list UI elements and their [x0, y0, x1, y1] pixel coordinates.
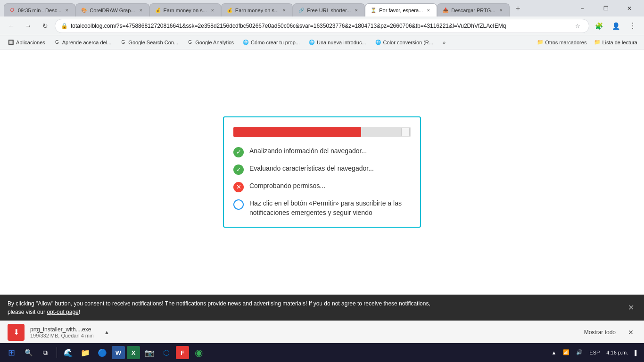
dialog-box: ✓ Analizando información del navegador..… [223, 116, 421, 228]
taskbar-taskview-button[interactable]: ⧉ [38, 345, 53, 360]
maximize-button[interactable]: ❐ [595, 0, 617, 16]
check-item-item1: ✓ Analizando información del navegador..… [233, 147, 411, 157]
show-all-downloads-button[interactable]: Mostrar todo [580, 327, 619, 337]
taskbar-edge-app[interactable]: 🌊 [61, 345, 76, 360]
tab-favicon-tab6: ⏳ [370, 7, 377, 14]
bookmark-favicon-bk7: 🌐 [375, 39, 381, 46]
tab-close-tab2[interactable]: ✕ [138, 7, 144, 14]
tab-favicon-tab3: 💰 [155, 7, 161, 14]
taskbar-excel-app[interactable]: X [127, 346, 140, 359]
check-item-item4: Haz clic en el botón «Permitir» para sus… [233, 199, 411, 217]
tab-favicon-tab7: 📥 [442, 7, 449, 14]
bookmark-label-bk3: Google Search Con... [128, 40, 178, 45]
bookmark-bk4[interactable]: GGoogle Analytics [183, 38, 238, 47]
close-bottom-bar-button[interactable]: ✕ [625, 302, 636, 313]
taskbar-search-button[interactable]: 🔍 [21, 345, 36, 360]
bookmark-favicon-bk1: 🔲 [8, 39, 14, 46]
nav-bar: ← → ↻ 🔒 totalcoolblog.com/?s=47588681272… [0, 16, 644, 35]
taskbar-foxit-app[interactable]: F [176, 346, 189, 359]
close-download-bar-button[interactable]: ✕ [625, 327, 636, 338]
bookmark-bk2[interactable]: GAprende acerca del... [50, 38, 116, 47]
show-desktop-button[interactable]: ▌ [633, 349, 640, 356]
menu-button[interactable]: ⋮ [625, 18, 640, 33]
bookmark-label-bk7: Color conversion (R... [383, 40, 433, 45]
download-filename: prtg_installer_with....exe [30, 326, 94, 333]
check-icon-item3: ✕ [233, 182, 244, 192]
bottom-bar-text: By clicking "Allow" button, you consent … [8, 299, 432, 316]
opt-out-link[interactable]: opt-out page [47, 309, 78, 315]
forward-button[interactable]: → [21, 18, 36, 33]
download-info: prtg_installer_with....exe 199/332 MB, Q… [30, 326, 94, 338]
volume-icon[interactable]: 🔊 [574, 348, 585, 356]
minimize-button[interactable]: − [571, 0, 593, 16]
taskbar-vscode-app[interactable]: ⬡ [159, 345, 174, 360]
taskbar-photos-app[interactable]: 📷 [142, 345, 157, 360]
language-indicator[interactable]: ESP [587, 349, 602, 356]
bookmark-folder-1[interactable]: 📁Lista de lectura [591, 38, 640, 46]
back-button[interactable]: ← [4, 18, 19, 33]
tab-tab6[interactable]: ⏳ Por favor, espera... ✕ [365, 3, 437, 16]
tab-close-tab7[interactable]: ✕ [498, 7, 504, 14]
tab-strip: ⏱ 09:35 min - Desc... ✕ 🎨 CorelDRAW Grap… [4, 0, 510, 16]
bookmark-star-icon[interactable]: ☆ [572, 20, 583, 32]
tab-close-tab4[interactable]: ✕ [281, 7, 288, 14]
bookmark-bk3[interactable]: GGoogle Search Con... [116, 38, 182, 47]
taskbar-clock[interactable]: 4:16 p.m. [604, 348, 630, 357]
tab-label-tab4: Earn money on s... [235, 8, 279, 13]
close-button[interactable]: ✕ [619, 0, 640, 16]
address-icons: ☆ [572, 20, 583, 32]
tab-label-tab6: Por favor, espera... [379, 8, 423, 13]
system-tray-expand[interactable]: ▲ [549, 349, 558, 356]
taskbar-explorer-app[interactable]: 📁 [78, 345, 93, 360]
folder-icon-0: 📁 [537, 39, 544, 45]
check-text-item2: Evaluando características del navegador.… [249, 164, 374, 173]
tab-close-tab5[interactable]: ✕ [353, 7, 360, 14]
new-tab-button[interactable]: + [512, 2, 525, 15]
progress-container [233, 127, 411, 137]
taskbar-windows-button[interactable]: ⊞ [4, 345, 19, 360]
tab-favicon-tab1: ⏱ [9, 7, 16, 14]
tab-close-tab3[interactable]: ✕ [209, 7, 216, 14]
bookmark-bk7[interactable]: 🌐Color conversion (R... [371, 38, 437, 47]
tab-tab7[interactable]: 📥 Descargar PRTG... ✕ [437, 3, 509, 16]
bookmark-bk6[interactable]: 🌐Una nueva introduc... [305, 38, 370, 47]
bottom-notification-bar: By clicking "Allow" button, you consent … [0, 295, 644, 321]
extensions-button[interactable]: 🧩 [591, 18, 606, 33]
tab-favicon-tab4: 💰 [226, 7, 233, 14]
tab-close-tab1[interactable]: ✕ [64, 7, 70, 14]
bookmark-folder-0[interactable]: 📁Otros marcadores [534, 38, 589, 46]
bookmark-favicon-bk5: 🌐 [242, 39, 249, 46]
progress-thumb [401, 128, 410, 136]
taskbar-word-app[interactable]: W [112, 346, 125, 359]
bookmark-favicon-bk3: G [120, 39, 126, 46]
tab-label-tab7: Descargar PRTG... [451, 8, 495, 13]
tab-tab4[interactable]: 💰 Earn money on s... ✕ [221, 3, 293, 16]
bookmark-label-bk5: Cómo crear tu prop... [251, 40, 300, 45]
download-bar: ⬇ prtg_installer_with....exe 199/332 MB,… [0, 321, 644, 343]
address-bar[interactable]: 🔒 totalcoolblog.com/?s=47588681272081664… [55, 19, 589, 33]
bookmark-favicon-bk4: G [187, 39, 193, 46]
taskbar-chrome2-app[interactable]: ◉ [191, 345, 206, 360]
check-text-item4: Haz clic en el botón «Permitir» para sus… [249, 199, 411, 217]
check-text-item3: Comprobando permisos... [249, 181, 325, 191]
network-icon[interactable]: 📶 [561, 348, 571, 356]
tab-tab2[interactable]: 🎨 CorelDRAW Grap... ✕ [75, 3, 149, 16]
tab-tab5[interactable]: 🔗 Free URL shorter... ✕ [293, 3, 365, 16]
bookmark-bk5[interactable]: 🌐Cómo crear tu prop... [239, 38, 304, 47]
bookmarks-more-button[interactable]: » [440, 39, 448, 46]
browser-frame: ⏱ 09:35 min - Desc... ✕ 🎨 CorelDRAW Grap… [0, 0, 644, 362]
download-expand-button[interactable]: ▲ [101, 327, 113, 338]
tab-tab1[interactable]: ⏱ 09:35 min - Desc... ✕ [4, 3, 75, 16]
tab-close-tab6[interactable]: ✕ [425, 7, 432, 14]
tab-label-tab5: Free URL shorter... [307, 8, 351, 13]
bookmark-label-bk6: Una nueva introduc... [317, 40, 366, 45]
bookmark-bk1[interactable]: 🔲Aplicaciones [4, 38, 49, 47]
profile-button[interactable]: 👤 [608, 18, 623, 33]
taskbar-chrome-app[interactable]: 🔵 [95, 345, 110, 360]
check-item-item2: ✓ Evaluando características del navegado… [233, 164, 411, 175]
tab-favicon-tab5: 🔗 [298, 7, 305, 14]
tab-favicon-tab2: 🎨 [81, 7, 87, 14]
refresh-button[interactable]: ↻ [38, 18, 53, 33]
download-size: 199/332 MB, Quedan 4 min [30, 333, 94, 338]
tab-tab3[interactable]: 💰 Earn money on s... ✕ [149, 3, 221, 16]
